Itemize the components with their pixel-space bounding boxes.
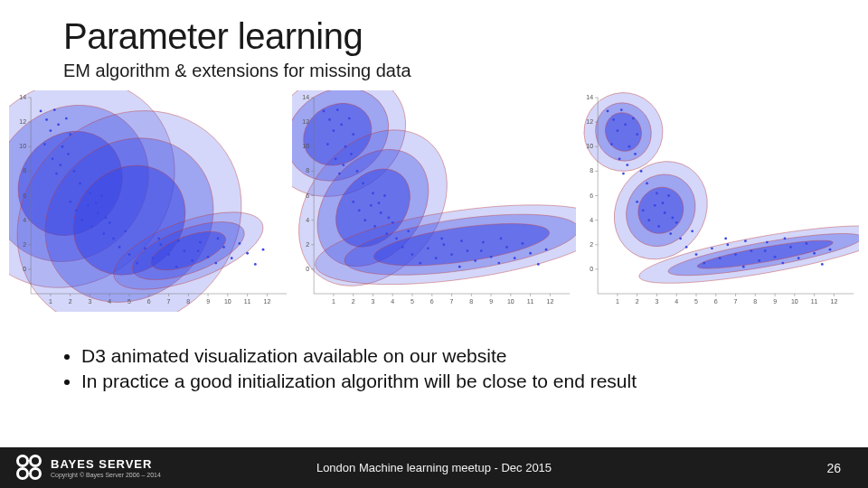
svg-text:4: 4 (307, 217, 310, 223)
svg-point-140 (383, 194, 386, 197)
svg-point-162 (480, 249, 483, 252)
svg-point-130 (370, 204, 373, 207)
svg-text:14: 14 (19, 94, 26, 100)
footer-bar: BAYES SERVER Copyright © Bayes Server 20… (0, 447, 868, 488)
svg-point-238 (679, 238, 682, 240)
svg-point-243 (667, 194, 670, 197)
svg-point-260 (813, 252, 816, 255)
svg-text:1: 1 (49, 298, 52, 305)
svg-point-159 (545, 249, 548, 251)
svg-text:7: 7 (167, 298, 171, 305)
svg-point-16 (69, 133, 71, 136)
svg-point-51 (222, 246, 225, 249)
svg-point-239 (684, 246, 687, 249)
svg-text:12: 12 (263, 298, 270, 305)
svg-point-144 (427, 247, 429, 249)
svg-point-157 (530, 252, 533, 255)
svg-point-17 (43, 143, 46, 145)
svg-point-154 (505, 246, 508, 249)
svg-text:3: 3 (655, 298, 658, 305)
svg-point-38 (104, 217, 107, 220)
svg-point-266 (783, 238, 786, 240)
svg-point-248 (718, 257, 721, 259)
svg-text:11: 11 (810, 298, 817, 305)
svg-point-220 (627, 145, 630, 148)
svg-text:6: 6 (23, 192, 26, 199)
footer-caption: London Machine learning meetup - Dec 201… (0, 461, 868, 474)
svg-point-160 (441, 238, 444, 240)
svg-point-137 (408, 230, 410, 232)
svg-point-235 (663, 211, 665, 214)
svg-point-254 (766, 241, 769, 244)
svg-point-161 (460, 239, 463, 242)
svg-text:0: 0 (23, 266, 26, 272)
svg-point-232 (647, 219, 650, 221)
svg-point-258 (797, 257, 799, 259)
svg-text:11: 11 (244, 298, 251, 305)
svg-point-31 (108, 221, 111, 224)
svg-point-41 (144, 247, 146, 249)
svg-point-141 (388, 217, 391, 220)
svg-point-237 (675, 221, 677, 224)
svg-point-133 (386, 232, 389, 235)
slide-title: Parameter learning (63, 16, 363, 57)
svg-text:10: 10 (791, 298, 798, 305)
svg-text:2: 2 (352, 298, 355, 305)
svg-point-20 (67, 153, 70, 155)
svg-point-231 (641, 209, 644, 211)
svg-text:3: 3 (372, 298, 375, 305)
svg-point-14 (61, 145, 64, 148)
svg-text:14: 14 (303, 94, 310, 100)
svg-point-119 (353, 133, 355, 136)
svg-point-25 (75, 209, 78, 211)
svg-point-230 (636, 201, 638, 203)
svg-point-222 (636, 133, 638, 136)
svg-point-19 (59, 164, 61, 166)
svg-point-34 (124, 230, 127, 232)
svg-point-255 (773, 256, 776, 258)
svg-point-135 (396, 238, 399, 240)
svg-point-113 (329, 118, 332, 121)
charts-row: 12345678910111202468101214 1234567891011… (9, 90, 859, 312)
svg-point-26 (80, 219, 83, 221)
svg-text:1: 1 (616, 298, 619, 305)
svg-point-251 (742, 266, 745, 268)
svg-point-256 (781, 262, 784, 265)
svg-text:5: 5 (694, 298, 698, 305)
svg-text:12: 12 (830, 298, 837, 305)
svg-text:10: 10 (586, 143, 593, 149)
svg-point-236 (669, 232, 672, 235)
svg-text:8: 8 (186, 298, 190, 305)
svg-point-56 (262, 249, 265, 251)
svg-point-139 (378, 202, 381, 204)
svg-text:8: 8 (590, 167, 593, 174)
svg-point-124 (356, 170, 359, 173)
svg-point-112 (323, 110, 326, 113)
svg-point-158 (537, 263, 540, 266)
svg-text:3: 3 (89, 298, 92, 305)
svg-point-57 (157, 238, 160, 240)
svg-point-223 (610, 143, 613, 145)
svg-point-114 (333, 129, 335, 132)
svg-point-46 (184, 249, 186, 252)
svg-point-58 (177, 239, 180, 242)
svg-point-218 (620, 108, 623, 111)
svg-point-264 (744, 239, 747, 242)
svg-point-121 (335, 157, 337, 160)
svg-point-149 (467, 249, 469, 252)
svg-point-13 (57, 123, 60, 126)
svg-point-229 (622, 173, 625, 175)
svg-text:6: 6 (590, 192, 593, 199)
svg-text:12: 12 (19, 118, 26, 125)
svg-point-233 (654, 204, 656, 207)
svg-text:6: 6 (430, 298, 434, 305)
svg-point-116 (341, 123, 344, 126)
svg-point-11 (50, 129, 52, 132)
svg-text:8: 8 (753, 298, 757, 305)
svg-point-42 (152, 257, 155, 259)
svg-text:8: 8 (307, 167, 310, 174)
bullet-item: In practice a good initialization algori… (81, 369, 637, 394)
svg-point-249 (726, 243, 729, 246)
svg-text:5: 5 (127, 298, 131, 305)
svg-point-142 (411, 253, 414, 256)
